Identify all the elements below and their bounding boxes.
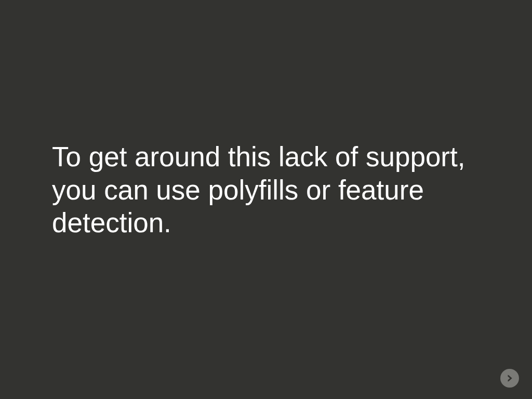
slide-body-text: To get around this lack of support, you … [52, 140, 478, 240]
slide-content: To get around this lack of support, you … [52, 140, 478, 240]
arrow-right-icon [506, 374, 515, 383]
next-slide-button[interactable] [500, 369, 519, 388]
